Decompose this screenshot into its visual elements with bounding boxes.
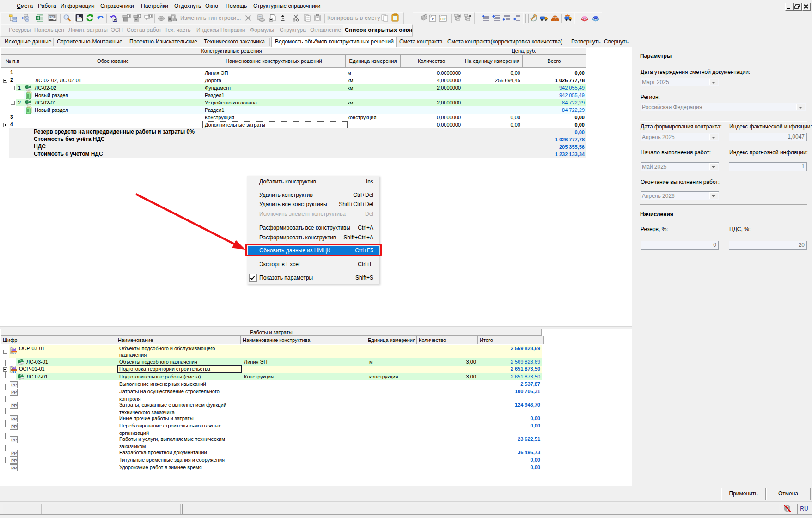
svg-text:PDF: PDF	[49, 15, 55, 18]
svg-text:Р: Р	[432, 17, 434, 21]
svg-text:ПР: ПР	[440, 17, 446, 21]
